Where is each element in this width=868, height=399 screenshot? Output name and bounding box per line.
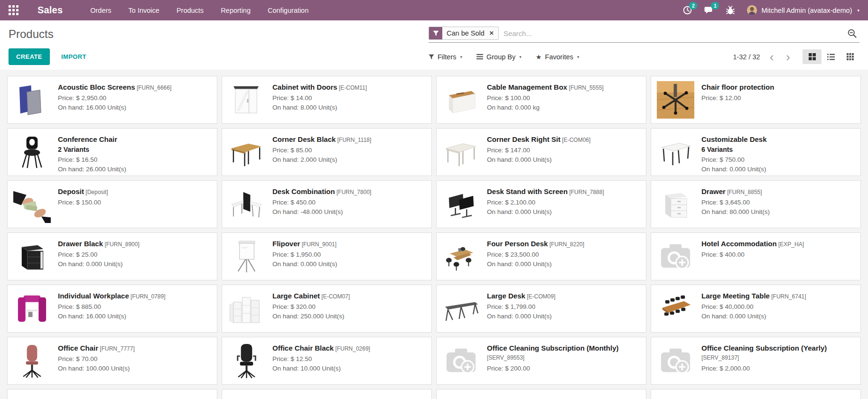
product-grid: Acoustic Bloc Screens [FURN_6666]Price: … (7, 76, 861, 399)
product-card[interactable]: Corner Desk Black [FURN_1118]Price: $ 85… (222, 128, 432, 176)
product-card[interactable]: Office Chair Black [FURN_0269]Price: $ 1… (222, 337, 432, 385)
product-card[interactable] (222, 389, 432, 399)
product-card[interactable]: Four Person Desk [FURN_8220]Price: $ 23,… (436, 232, 646, 280)
product-image (13, 342, 51, 380)
product-name: Desk Stand with Screen (487, 187, 568, 195)
product-code: [FURN_7888] (568, 189, 604, 195)
product-card[interactable]: Cabinet with Doors [E-COM11]Price: $ 14.… (222, 76, 432, 124)
product-card[interactable]: Customizable Desk6 VariantsPrice: $ 750.… (651, 128, 861, 176)
product-card[interactable]: Desk Combination [FURN_7800]Price: $ 450… (222, 180, 432, 228)
activity-badge: 2 (689, 2, 697, 9)
menu-item-configuration[interactable]: Configuration (268, 7, 308, 14)
chevron-right-icon[interactable]: › (783, 52, 793, 62)
import-button[interactable]: IMPORT (61, 53, 86, 60)
product-card[interactable]: Conference Chair2 VariantsPrice: $ 16.50… (7, 128, 217, 176)
product-price: Price: $ 2,000.00 (701, 364, 855, 373)
product-card[interactable]: Acoustic Bloc Screens [FURN_6666]Price: … (7, 76, 217, 124)
close-icon[interactable]: ✕ (489, 27, 498, 39)
group-by-icon (476, 54, 483, 60)
product-image (657, 133, 694, 171)
menu-item-to-invoice[interactable]: To Invoice (129, 7, 159, 14)
messages-icon[interactable]: 1 (704, 6, 714, 15)
menu-item-orders[interactable]: Orders (90, 7, 111, 14)
product-name: Drawer (701, 187, 726, 195)
product-on-hand: On hand: 100.000 Unit(s) (58, 364, 135, 373)
product-price: Price: $ 147.00 (487, 146, 590, 155)
product-image (228, 342, 265, 380)
product-on-hand: On hand: 0.000 Unit(s) (58, 260, 140, 269)
product-card[interactable]: Chair floor protectionPrice: $ 12.00 (651, 76, 861, 124)
product-image (228, 290, 265, 327)
product-name: Large Desk (487, 292, 525, 300)
product-name: Office Chair Black (272, 344, 334, 352)
product-info: Office Cleaning Subscription (Monthly) [… (487, 342, 640, 380)
product-card[interactable] (651, 389, 861, 399)
product-price: Price: $ 23,500.00 (487, 250, 584, 260)
product-image (442, 133, 480, 171)
product-image (228, 133, 265, 171)
product-on-hand: On hand: 80.000 Unit(s) (701, 207, 770, 217)
activity-clock-icon[interactable]: 2 (683, 6, 692, 15)
product-card[interactable]: Corner Desk Right Sit [E-COM06]Price: $ … (436, 128, 646, 176)
product-card[interactable]: Cable Management Box [FURN_5555]Price: $… (436, 76, 646, 124)
product-card[interactable]: Drawer Black [FURN_8900]Price: $ 25.00On… (7, 232, 217, 280)
product-on-hand: On hand: 2.000 Unit(s) (272, 155, 371, 165)
product-card[interactable]: Office Cleaning Subscription (Monthly) [… (436, 337, 646, 385)
menu-item-reporting[interactable]: Reporting (221, 7, 251, 14)
product-info: Customizable Desk6 VariantsPrice: $ 750.… (701, 133, 767, 171)
chevron-left-icon[interactable]: ‹ (767, 52, 777, 62)
product-name: Cabinet with Doors (272, 83, 337, 91)
product-info: Four Person Desk [FURN_8220]Price: $ 23,… (487, 238, 584, 275)
product-card[interactable]: Large Meeting Table [FURN_6741]Price: $ … (651, 285, 861, 333)
user-menu[interactable]: Mitchell Admin (avatax-demo) ▾ (747, 5, 859, 15)
product-code: [E-COM07] (320, 293, 350, 300)
product-on-hand: On hand: 0.000 Unit(s) (272, 260, 337, 269)
product-card[interactable]: Office Chair [FURN_7777]Price: $ 70.00On… (7, 337, 217, 385)
group-by-dropdown[interactable]: Group By ▾ (476, 53, 522, 61)
menu-item-products[interactable]: Products (177, 7, 204, 14)
product-price: Price: $ 150.00 (58, 198, 108, 207)
product-card[interactable]: Hotel Accommodation [EXP_HA]Price: $ 400… (651, 232, 861, 280)
list-view-button[interactable] (821, 49, 840, 64)
product-code: [E-COM11] (337, 84, 367, 91)
product-on-hand: On hand: 16.000 Unit(s) (58, 312, 165, 321)
product-card[interactable]: Desk Stand with Screen [FURN_7888]Price:… (436, 180, 646, 228)
product-code: [FURN_0269] (334, 345, 370, 352)
product-card[interactable] (7, 389, 217, 399)
apps-grid-icon[interactable] (9, 5, 19, 15)
product-info: Desk Combination [FURN_7800]Price: $ 450… (272, 186, 371, 223)
product-image (13, 186, 51, 223)
product-on-hand: On hand: 8.000 Unit(s) (272, 103, 367, 112)
favorites-dropdown[interactable]: ★ Favorites ▾ (536, 53, 579, 61)
product-card[interactable]: Large Desk [E-COM09]Price: $ 1,799.00On … (436, 285, 646, 333)
product-code: [FURN_8220] (548, 241, 584, 248)
product-price: Price: $ 40,000.00 (701, 302, 806, 312)
product-code: [FURN_8855] (726, 189, 762, 195)
app-title[interactable]: Sales (37, 5, 63, 16)
search-bar: Can be Sold ✕ (429, 27, 859, 43)
product-card[interactable]: Drawer [FURN_8855]Price: $ 3,645.00On ha… (651, 180, 861, 228)
search-input[interactable] (499, 29, 848, 37)
kanban-view-button[interactable] (803, 49, 821, 64)
product-info: Corner Desk Black [FURN_1118]Price: $ 85… (272, 133, 371, 171)
product-card[interactable]: Large Cabinet [E-COM07]Price: $ 320.00On… (222, 285, 432, 333)
product-card[interactable]: Deposit [Deposit]Price: $ 150.00 (7, 180, 217, 228)
product-price: Price: $ 12.00 (701, 93, 774, 103)
product-card[interactable]: Flipover [FURN_9001]Price: $ 1,950.00On … (222, 232, 432, 280)
product-image (442, 186, 480, 223)
product-name: Large Meeting Table (701, 292, 770, 300)
product-price: Price: $ 12.50 (272, 354, 370, 364)
product-card[interactable] (436, 389, 646, 399)
product-name: Individual Workplace (58, 292, 129, 300)
bug-icon[interactable] (726, 6, 735, 15)
product-card[interactable]: Individual Workplace [FURN_0789]Price: $… (7, 285, 217, 333)
grid-view-button[interactable] (840, 49, 859, 64)
search-icon[interactable] (848, 29, 857, 38)
filters-dropdown[interactable]: Filters ▾ (429, 53, 462, 61)
product-name: Office Cleaning Subscription (Monthly) (487, 344, 619, 352)
create-button[interactable]: CREATE (9, 48, 50, 65)
product-image (442, 342, 480, 380)
product-card[interactable]: Office Cleaning Subscription (Yearly) [S… (651, 337, 861, 385)
product-on-hand: On hand: 16.000 Unit(s) (58, 103, 171, 112)
product-info: Drawer [FURN_8855]Price: $ 3,645.00On ha… (701, 186, 770, 223)
